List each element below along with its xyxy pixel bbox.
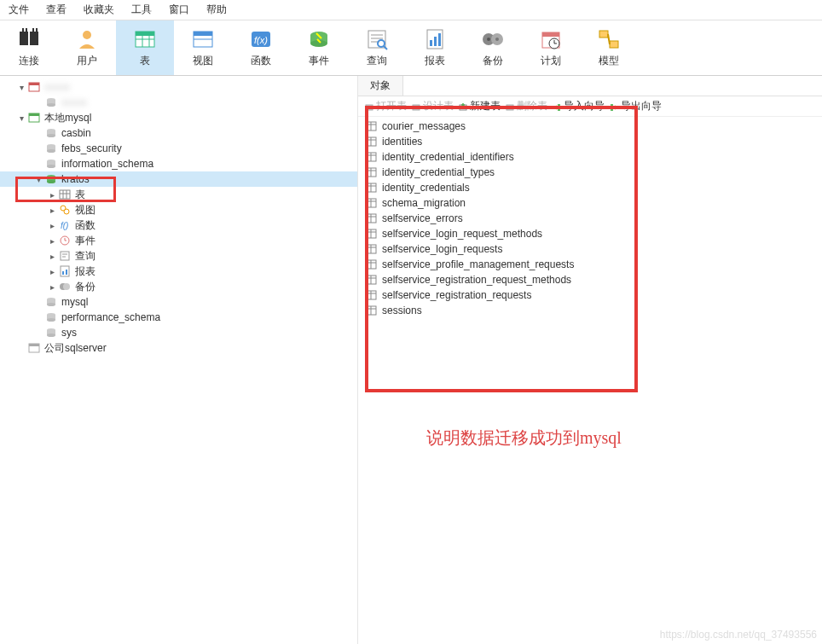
event-icon [308,28,330,50]
toolbar-backup-button[interactable]: 备份 [464,20,522,75]
svg-point-35 [47,318,55,322]
tree-node[interactable]: performance_schema [0,310,357,325]
table-name: selfservice_login_request_methods [382,228,542,240]
table-name: selfservice_registration_request_methods [382,274,571,286]
toolbar-function-button[interactable]: 函数 [232,20,290,75]
svg-point-29 [63,283,70,290]
toolbar-model-button[interactable]: 模型 [580,20,638,75]
main-area: ▾xxxxxxxxxx▾本地mysqlcasbinfebs_securityin… [0,76,822,644]
table-row[interactable]: identity_credential_types [358,165,822,180]
toolbar-event-button[interactable]: 事件 [290,20,348,75]
toolbar-label: 用户 [77,54,97,68]
tree-node[interactable]: ▸报表 [0,264,357,279]
tree-node[interactable]: ▸查询 [0,248,357,264]
table-icon [367,152,379,162]
connection-tree[interactable]: ▾xxxxxxxxxx▾本地mysqlcasbinfebs_securityin… [0,76,358,644]
toolbar-label: 模型 [599,54,619,68]
chevron-icon[interactable]: ▾ [15,113,27,123]
tree-node[interactable]: ▸f()函数 [0,218,357,233]
toolbar-schedule-button[interactable]: 计划 [522,20,580,75]
tree-node[interactable]: ▸备份 [0,279,357,294]
chevron-icon[interactable]: ▸ [46,252,58,261]
chevron-icon[interactable]: ▾ [32,175,44,184]
chevron-icon[interactable]: ▸ [46,221,58,230]
table-row[interactable]: selfservice_registration_requests [358,287,822,303]
annotation-text: 说明数据迁移成功到mysql [426,426,622,450]
table-icon [367,121,379,131]
function-icon [250,28,272,50]
menu-view[interactable]: 查看 [46,3,67,17]
tree-node[interactable]: ▸视图 [0,202,357,218]
views-icon [58,204,72,216]
table-row[interactable]: selfservice_login_requests [358,241,822,257]
backup-icon [482,28,504,50]
table-icon [367,183,379,193]
delete-table-button[interactable]: 删除表 [506,99,547,113]
menu-tools[interactable]: 工具 [131,3,152,17]
svg-rect-56 [368,260,376,269]
tree-node-label: febs_security [61,142,122,154]
tab-objects[interactable]: 对象 [358,76,403,96]
table-row[interactable]: identity_credential_identifiers [358,149,822,165]
menu-bar: 文件 查看 收藏夹 工具 窗口 帮助 [0,0,822,20]
schedule-icon [540,28,562,50]
tree-node[interactable]: 公司sqlserver [0,340,357,356]
table-name: identity_credential_types [382,166,495,178]
new-table-button[interactable]: 新建表 [459,99,501,113]
toolbar-report-button[interactable]: 报表 [406,20,464,75]
menu-help[interactable]: 帮助 [206,3,227,17]
table-row[interactable]: schema_migration [358,195,822,211]
toolbar-query-button[interactable]: 查询 [348,20,406,75]
toolbar-user-button[interactable]: 用户 [58,20,116,75]
tree-node-label: casbin [61,127,91,139]
toolbar-label: 备份 [483,54,503,68]
tree-node-label: sys [61,327,77,339]
table-name: schema_migration [382,197,466,209]
table-row[interactable]: selfservice_login_request_methods [358,226,822,241]
chevron-icon[interactable]: ▸ [46,190,58,200]
tree-node[interactable]: xxxxx [0,95,357,110]
chevron-icon[interactable]: ▸ [46,206,58,215]
tree-node[interactable]: ▾本地mysql [0,110,357,125]
svg-rect-46 [611,104,613,111]
export-wizard-button[interactable]: 导出向导 [610,99,662,113]
tree-node[interactable]: ▸事件 [0,233,357,248]
chevron-icon[interactable]: ▸ [46,236,58,246]
tree-node[interactable]: ▸表 [0,187,357,202]
table-row[interactable]: identity_credentials [358,180,822,195]
svg-rect-50 [368,168,376,177]
table-row[interactable]: identities [358,134,822,149]
chevron-icon[interactable]: ▸ [46,267,58,276]
menu-file[interactable]: 文件 [9,3,29,17]
chevron-icon[interactable]: ▸ [46,282,58,292]
table-row[interactable]: sessions [358,303,822,318]
table-row[interactable]: courier_messages [358,119,822,134]
db-grey-icon [44,127,58,139]
table-list[interactable]: courier_messagesidentitiesidentity_crede… [358,117,822,320]
table-row[interactable]: selfservice_errors [358,211,822,226]
table-row[interactable]: selfservice_registration_request_methods [358,272,822,287]
menu-window[interactable]: 窗口 [169,3,189,17]
tree-node[interactable]: ▾xxxxx [0,79,357,95]
tree-node[interactable]: ▾kratos [0,171,357,187]
toolbar-label: 连接 [19,54,39,68]
import-wizard-button[interactable]: 导入向导 [553,99,605,113]
toolbar-connect-button[interactable]: 连接 [0,20,58,75]
table-icon [367,167,379,177]
svg-point-18 [47,180,55,183]
menu-favorites[interactable]: 收藏夹 [84,3,114,17]
table-row[interactable]: selfservice_profile_management_requests [358,257,822,272]
tree-node[interactable]: febs_security [0,141,357,156]
design-table-button[interactable]: 设计表 [412,99,454,113]
open-table-button[interactable]: 打开表 [365,99,407,113]
tree-node[interactable]: casbin [0,125,357,141]
toolbar-table-button[interactable]: 表 [116,20,174,75]
chevron-icon[interactable]: ▾ [15,83,27,92]
tree-node[interactable]: mysql [0,294,357,310]
db-grey-icon [44,96,58,108]
tree-node[interactable]: sys [0,325,357,340]
tree-node-label: kratos [61,173,90,185]
toolbar-view-button[interactable]: 视图 [174,20,232,75]
tree-node-label: mysql [61,296,88,308]
tree-node[interactable]: information_schema [0,156,357,171]
